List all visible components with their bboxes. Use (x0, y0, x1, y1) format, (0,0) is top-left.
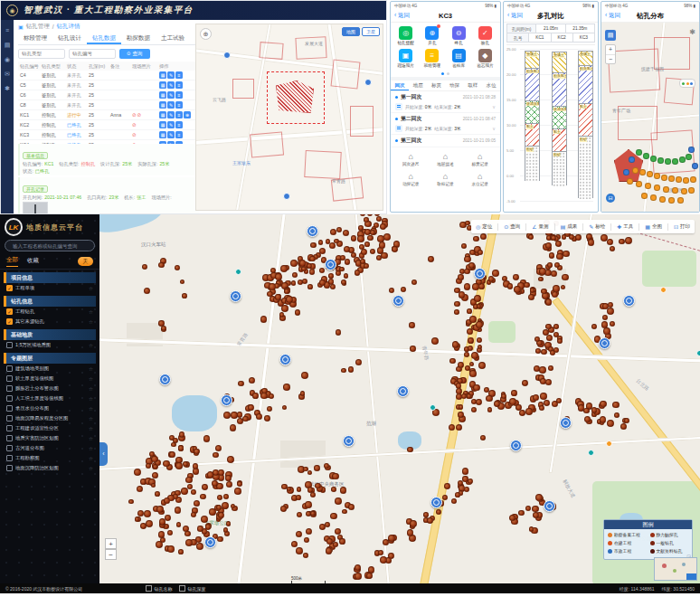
borehole-dot[interactable] (459, 404, 464, 410)
borehole-dot[interactable] (676, 176, 682, 183)
borehole-dot[interactable] (215, 445, 222, 451)
borehole-dot[interactable] (202, 484, 208, 490)
borehole-dot[interactable] (525, 506, 531, 511)
borehole-dot[interactable] (269, 283, 276, 290)
borehole-dot[interactable] (309, 256, 316, 262)
borehole-dot[interactable] (279, 312, 285, 317)
project-cluster-marker[interactable] (397, 385, 409, 397)
row-action-button[interactable]: ✎ (167, 101, 175, 109)
list-icon[interactable]: ▤ (5, 42, 11, 48)
borehole-dot[interactable] (588, 239, 594, 245)
borehole-dot[interactable] (392, 246, 398, 252)
borehole-dot[interactable] (305, 501, 312, 508)
borehole-dot[interactable] (169, 451, 175, 458)
borehole-dot[interactable] (134, 469, 141, 476)
borehole-dot[interactable] (331, 487, 336, 492)
borehole-dot[interactable] (194, 449, 200, 455)
borehole-dot[interactable] (333, 542, 338, 547)
borehole-dot[interactable] (632, 167, 639, 174)
table-row[interactable]: C8鉴别孔未开孔25▦✎≡ (18, 100, 197, 110)
borehole-dot[interactable] (310, 511, 316, 516)
borehole-dot[interactable] (191, 489, 196, 495)
borehole-dot[interactable] (167, 530, 173, 535)
project-cluster-marker[interactable] (279, 354, 291, 365)
row-action-button[interactable]: ≡ (175, 81, 183, 89)
borehole-dot[interactable] (230, 424, 236, 431)
row-action-button[interactable]: ▦ (159, 101, 166, 109)
layer-checkbox[interactable]: ✓ (6, 318, 13, 325)
layers-button[interactable]: ▤ (605, 30, 616, 41)
borehole-dot[interactable] (545, 298, 552, 305)
record-type-button[interactable]: ⌂标贯记录 (463, 149, 497, 169)
toolbar-工具[interactable]: ✚工具 (617, 223, 633, 230)
search-input[interactable] (5, 240, 95, 251)
borehole-dot[interactable] (551, 270, 557, 277)
layer-item[interactable]: ✓工程单项☆ (4, 283, 96, 293)
borehole-dot[interactable] (203, 435, 211, 442)
borehole-dot[interactable] (196, 543, 203, 550)
borehole-dot[interactable] (326, 538, 333, 545)
layer-checkbox[interactable] (6, 365, 13, 372)
borehole-dot[interactable] (563, 251, 570, 258)
app-shortcut[interactable]: ✓验孔 (472, 26, 498, 45)
borehole-dot[interactable] (524, 282, 530, 289)
favorite-star-icon[interactable]: ☆ (89, 396, 93, 402)
borehole-dot[interactable] (146, 520, 153, 527)
borehole-dot[interactable] (237, 481, 242, 487)
geo-map[interactable]: 汉口火车站常青路青年路范湖王家墩公园武汉中央商务区解放大道中山公园台北路 ◎定位… (99, 214, 700, 583)
borehole-dot[interactable] (367, 235, 373, 241)
sidebar-tab[interactable]: 收藏 (27, 257, 39, 267)
borehole-dot[interactable] (690, 176, 696, 183)
record-type-button[interactable]: ⌂回次进尺 (393, 149, 428, 169)
map-marker[interactable] (364, 79, 372, 86)
borehole-dot[interactable] (179, 431, 185, 438)
borehole-dot[interactable] (431, 337, 439, 345)
borehole-dot[interactable] (468, 479, 473, 484)
borehole-dot[interactable] (175, 507, 181, 513)
borehole-dot[interactable] (296, 547, 303, 554)
borehole-dot[interactable] (307, 470, 313, 476)
borehole-dot[interactable] (548, 365, 553, 371)
borehole-dot[interactable] (319, 524, 326, 530)
borehole-dot[interactable] (679, 156, 686, 163)
site-photo-thumbnail[interactable] (23, 202, 48, 214)
layer-checkbox[interactable] (6, 415, 13, 422)
statusbar-checkbox[interactable]: 钻孔深度 (179, 585, 205, 592)
borehole-dot[interactable] (344, 273, 349, 279)
borehole-dot[interactable] (329, 242, 336, 249)
borehole-dot[interactable] (647, 171, 653, 177)
layer-checkbox[interactable] (6, 465, 13, 471)
borehole-dot[interactable] (342, 509, 347, 515)
favorite-star-icon[interactable]: ☆ (89, 446, 93, 451)
borehole-dot[interactable] (325, 522, 330, 527)
borehole-dot[interactable] (389, 288, 394, 293)
borehole-dot[interactable] (283, 384, 290, 391)
borehole-dot[interactable] (348, 504, 355, 510)
section-header[interactable]: 钻孔信息 (4, 296, 96, 307)
project-cluster-marker[interactable] (159, 374, 171, 385)
borehole-dot[interactable] (144, 510, 151, 517)
borehole-dot[interactable] (614, 412, 620, 418)
app-shortcut[interactable]: ▣现场照片 (393, 49, 419, 68)
borehole-dot[interactable] (280, 265, 288, 272)
layer-item[interactable]: 工程建设适宜性分区☆ (4, 423, 96, 433)
borehole-dot[interactable] (310, 242, 316, 248)
borehole-dot[interactable] (468, 337, 474, 344)
record-tab[interactable]: 水位 (482, 81, 500, 90)
layer-item[interactable]: 承压水位分布图☆ (4, 403, 96, 413)
borehole-dot[interactable] (297, 487, 302, 492)
project-cluster-marker[interactable] (430, 497, 442, 508)
toolbar-量测[interactable]: ∠量测 (532, 223, 548, 230)
zoom-out-button[interactable]: − (606, 55, 615, 64)
toolbar-打印[interactable]: ⊡打印 (674, 223, 690, 230)
borehole-dot[interactable] (663, 186, 669, 193)
borehole-dot[interactable] (502, 276, 507, 281)
borehole-dot[interactable] (341, 368, 346, 374)
project-cluster-marker[interactable] (325, 259, 336, 270)
borehole-dot[interactable] (456, 388, 462, 394)
map-marker[interactable] (223, 52, 231, 59)
row-action-button[interactable]: ✎ (167, 71, 175, 79)
section-header[interactable]: 基础地质 (4, 329, 96, 340)
borehole-dot[interactable] (454, 309, 459, 315)
borehole-dot[interactable] (636, 149, 642, 156)
